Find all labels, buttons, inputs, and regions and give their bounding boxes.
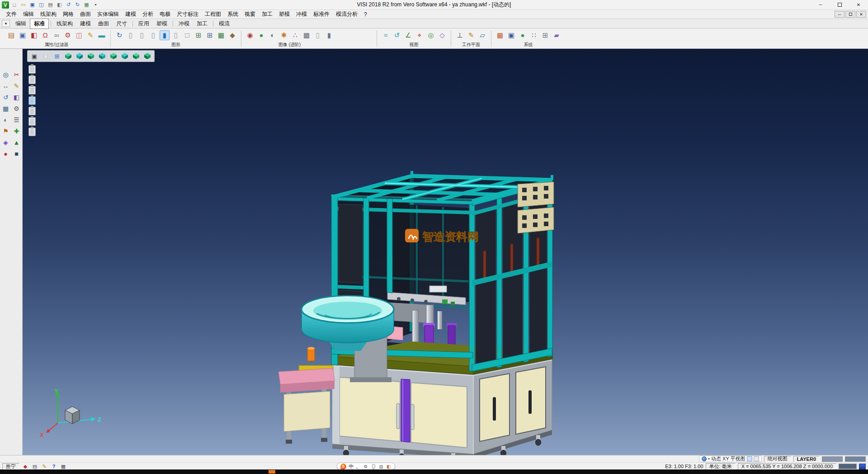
grid-box-icon[interactable]: ⊞	[193, 30, 203, 40]
menu-mesh[interactable]: 网格	[60, 10, 77, 19]
clipboard-icon[interactable]	[28, 128, 36, 136]
frame-view-icon[interactable]: ▣	[29, 52, 39, 61]
axis-icon[interactable]: ⊥	[455, 30, 465, 40]
menu-analysis[interactable]: 分析	[139, 10, 156, 19]
mirror-icon[interactable]: ◧	[12, 92, 22, 102]
menu-machining[interactable]: 加工	[259, 10, 276, 19]
printer-icon[interactable]: ▣	[18, 30, 28, 40]
line-style-swatch[interactable]	[845, 456, 866, 462]
ime-settings-gear-icon[interactable]: ⚙	[363, 464, 368, 469]
iso-view-icon[interactable]: ◇	[437, 30, 447, 40]
new-file-icon[interactable]: □	[10, 1, 18, 9]
capture-icon[interactable]: ▦	[83, 1, 90, 9]
texture-icon[interactable]: ▩	[302, 30, 311, 40]
ime-toolbar[interactable]: S 中 。 ⚙ ▥ ◧	[337, 463, 395, 470]
grid-edit-icon[interactable]: ⊞	[540, 30, 550, 40]
view-cube-right-icon[interactable]	[142, 52, 152, 61]
view-cube-top-icon[interactable]	[75, 52, 85, 61]
menu-edit[interactable]: 编辑	[20, 10, 37, 19]
clipboard-icon[interactable]	[28, 65, 36, 74]
viewport[interactable]: 智造资料网 ▣ ■ ⊞	[23, 49, 868, 455]
layer-palette-icon[interactable]: ▤	[6, 30, 16, 40]
trim-icon[interactable]: ✂	[12, 70, 22, 80]
menu-progress[interactable]: 冲模	[293, 10, 310, 19]
brush-icon[interactable]: ▬	[97, 30, 107, 40]
column-icon[interactable]: ▮	[324, 30, 334, 40]
tab-dimension[interactable]: 尺寸	[113, 19, 131, 28]
doc-close-button[interactable]: ✕	[856, 11, 866, 18]
list-icon[interactable]: ☰	[12, 115, 22, 125]
3d-canvas[interactable]: 智造资料网	[23, 49, 868, 455]
magnet-icon[interactable]: Ω	[40, 30, 50, 40]
clipboard-icon[interactable]	[28, 76, 36, 84]
select-icon[interactable]: ◎	[1, 70, 11, 80]
clipboard-icon[interactable]	[28, 107, 36, 115]
absolute-view-button[interactable]: 绝对视图	[764, 456, 791, 462]
menu-flow-analysis[interactable]: 模流分析	[333, 10, 361, 19]
menu-solid-edit[interactable]: 实体编辑	[94, 10, 122, 19]
save-icon[interactable]: ▣	[28, 1, 36, 9]
menu-wireframe[interactable]: 线架构	[37, 10, 60, 19]
tab-application[interactable]: 应用	[135, 19, 153, 28]
clipboard-icon[interactable]	[28, 86, 36, 95]
solid-view-icon[interactable]: ■	[41, 52, 51, 61]
undo-icon[interactable]: ↺	[65, 1, 72, 9]
view-list-icon[interactable]	[754, 456, 759, 461]
zoom-extents-icon[interactable]	[747, 456, 752, 461]
open-file-icon[interactable]: ▭	[19, 1, 27, 9]
microphone-icon[interactable]	[371, 464, 376, 469]
tab-progress[interactable]: 冲模	[175, 19, 193, 28]
link-icon[interactable]: ∞	[52, 30, 61, 40]
ime-skin-icon[interactable]: ◧	[386, 464, 392, 469]
tab-flow[interactable]: 模流	[215, 19, 233, 28]
maximize-button[interactable]	[830, 0, 849, 9]
measure-icon[interactable]: ∠	[403, 30, 413, 40]
menu-dimension[interactable]: 尺寸标注	[174, 10, 202, 19]
taskbar-app-icon[interactable]	[269, 470, 275, 474]
help-icon[interactable]: ?	[50, 463, 57, 469]
layer-indicator[interactable]: LAYER0	[793, 456, 820, 462]
sogou-logo-icon[interactable]: S	[340, 464, 346, 469]
add-icon[interactable]: ✚	[12, 126, 22, 136]
view-mode-selector[interactable]: ▾ 动态 XY 平视图	[699, 455, 762, 462]
tab-surface[interactable]: 曲面	[94, 19, 113, 28]
cylinder-view-icon[interactable]: ▯	[126, 30, 136, 40]
orbit-icon[interactable]: ↺	[392, 30, 402, 40]
keyboard-icon[interactable]: ▥	[378, 464, 384, 469]
minimize-button[interactable]: ─	[811, 0, 830, 9]
view-cube-side-icon[interactable]	[97, 52, 107, 61]
cylinder-view-icon[interactable]: ▯	[137, 30, 147, 40]
sketch-icon[interactable]: ✎	[12, 81, 22, 91]
grid-icon[interactable]: ▦	[1, 104, 11, 114]
menu-window[interactable]: 视窗	[241, 10, 259, 19]
document-icon[interactable]: ▤	[31, 463, 38, 469]
shaded-view-icon[interactable]: ▮	[160, 30, 170, 40]
point-icon[interactable]: ●	[1, 149, 11, 159]
dot-grid-icon[interactable]: ∷	[529, 30, 539, 40]
save-all-icon[interactable]: ◫	[38, 1, 45, 9]
doc-minimize-button[interactable]: ─	[835, 11, 844, 18]
move-icon[interactable]: ↔	[1, 81, 11, 91]
ime-language-toggle[interactable]: 中	[349, 463, 354, 470]
tablet-icon[interactable]: ▰	[552, 30, 561, 40]
cylinder-view-icon[interactable]: ▯	[171, 30, 181, 40]
solid-icon[interactable]: ■	[12, 149, 22, 159]
tab-wireframe[interactable]: 线架构	[53, 19, 76, 28]
table-icon[interactable]: ▦	[216, 30, 226, 40]
tab-standard[interactable]: 标准	[30, 19, 49, 29]
pencil-icon[interactable]: ✎	[85, 30, 95, 40]
gem-icon[interactable]: ◈	[1, 137, 11, 147]
view-cube-front-icon[interactable]	[86, 52, 96, 61]
doc-restore-button[interactable]	[845, 11, 855, 18]
gear-icon[interactable]: ⚙	[63, 30, 73, 40]
clipboard-icon[interactable]	[28, 117, 36, 126]
globe-icon[interactable]: ●	[518, 30, 528, 40]
stereo-icon[interactable]: ◉	[245, 30, 255, 40]
menu-system[interactable]: 系统	[224, 10, 241, 19]
view-cube-back-icon[interactable]	[108, 52, 118, 61]
tab-edit[interactable]: 编辑	[12, 19, 30, 28]
effects-icon[interactable]: ✱	[279, 30, 289, 40]
menu-help[interactable]: ?	[361, 10, 370, 19]
menu-surface[interactable]: 曲面	[77, 10, 94, 19]
color-table-icon[interactable]: ▦	[495, 30, 505, 40]
